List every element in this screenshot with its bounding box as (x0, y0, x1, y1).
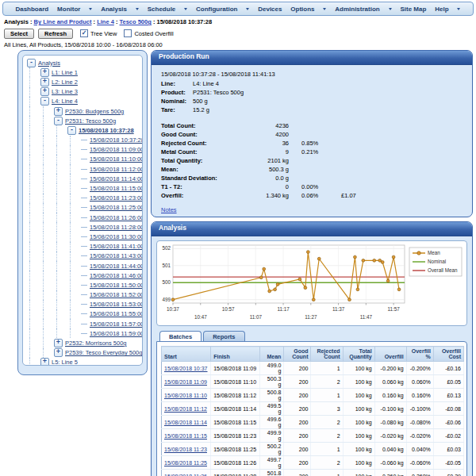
batch-start-link[interactable]: 15/08/2018 11:12 (164, 406, 207, 412)
notes-link[interactable]: Notes (161, 206, 177, 213)
tree-guide-line (70, 174, 80, 183)
tree-connector (81, 333, 87, 334)
tab-batches[interactable]: Batches (159, 331, 202, 341)
batch-start-link[interactable]: 15/08/2018 11:14 (164, 420, 207, 425)
tree-node-label[interactable]: 15/08/2018 11:57:00 (90, 321, 143, 328)
tree-node: 15/08/2018 11:53:00 (26, 300, 140, 309)
tree-node-label[interactable]: P2539: Tesco Everyday 500g (65, 349, 142, 356)
tree-node-label[interactable]: L1: Line 1 (52, 69, 78, 76)
menu-item-schedule[interactable]: Schedule (148, 6, 176, 13)
column-header-mean[interactable]: Mean (260, 347, 284, 362)
tree-node-label[interactable]: 15/08/2018 11:46:00 (90, 272, 143, 279)
tree-guide-line (29, 280, 40, 290)
column-header-overfill-cost[interactable]: Overfill Cost (433, 347, 463, 362)
tree-node-label[interactable]: P2531: Tesco 500g (65, 117, 116, 125)
tree-collapse-icon[interactable]: - (40, 97, 49, 106)
costed-overfill-checkbox[interactable]: Costed Overfill (124, 29, 173, 37)
tree-node-label[interactable]: L5: Line 5 (52, 359, 78, 366)
breadcrumb-line-4[interactable]: Line 4 (97, 18, 114, 25)
tree-node-label[interactable]: L4: Line 4 (52, 98, 78, 105)
tree-node-label[interactable]: L3: Line 3 (52, 88, 78, 95)
tree-node-label[interactable]: 15/08/2018 11:26:00 (90, 214, 143, 221)
batch-start-link[interactable]: 15/08/2018 11:09 (164, 379, 207, 385)
tree-node-label[interactable]: 15/08/2018 11:14:00 (90, 175, 143, 182)
tree-guide-line (29, 242, 40, 251)
tree-expand-icon[interactable]: + (40, 358, 49, 366)
tree-node-label[interactable]: 15/08/2018 11:23:00 (90, 194, 143, 202)
tree-node-label[interactable]: 15/08/2018 11:30:00 (90, 233, 143, 240)
batch-start-link[interactable]: 15/08/2018 10:37 (164, 366, 208, 371)
tree-collapse-icon[interactable]: - (54, 117, 63, 125)
menu-item-help[interactable]: Help (435, 6, 448, 13)
batch-start-link[interactable]: 15/08/2018 11:15 (164, 433, 207, 439)
run-stat-label: T1 - T2: (161, 182, 238, 191)
tree-collapse-icon[interactable]: - (67, 126, 76, 135)
tree-node-label[interactable]: 15/08/2018 11:25:00 (90, 204, 143, 211)
tree-node-label[interactable]: 15/08/2018 11:50:00 (90, 282, 143, 289)
tree-node-label[interactable]: 15/08/2018 11:43:00 (90, 252, 143, 259)
tree-expand-icon[interactable]: + (54, 339, 63, 347)
column-header-overfill[interactable]: Overfill (374, 347, 406, 362)
tree-guide-line (56, 203, 67, 213)
tree-expand-icon[interactable]: + (54, 348, 63, 357)
batch-start-link[interactable]: 15/08/2018 11:26 (164, 474, 207, 476)
column-header-finish[interactable]: Finish (211, 347, 260, 362)
tree-node-label[interactable]: 15/08/2018 11:10:00 (90, 155, 143, 163)
menu-item-monitor[interactable]: Monitor (57, 6, 80, 13)
tree-node-label[interactable]: 15/08/2018 11:55:00 (90, 310, 143, 317)
tree-collapse-icon[interactable]: - (27, 59, 36, 67)
menu-item-options[interactable]: Options (290, 6, 314, 13)
breadcrumb-by-line-and-product[interactable]: By Line and Product (34, 18, 92, 25)
tree-node-label[interactable]: Analysis (38, 60, 60, 67)
x-tick-label: 11:37 (332, 306, 345, 312)
tree-node-label[interactable]: P2530: Budgens 500g (65, 108, 124, 115)
run-info-label: Line: (161, 79, 193, 88)
select-button[interactable]: Select (4, 29, 34, 39)
tree-node-label[interactable]: L2: Line 2 (52, 79, 78, 86)
tab-reports[interactable]: Reports (203, 331, 244, 341)
tree-connector (81, 169, 87, 170)
app-root: DashboardMonitorAnalysisScheduleConfigur… (0, 0, 476, 476)
tree-expand-icon[interactable]: + (54, 107, 63, 116)
breadcrumb-tesco-500g[interactable]: Tesco 500g (120, 18, 152, 25)
menu-item-administration[interactable]: Administration (335, 6, 379, 13)
tree-node-label[interactable]: 15/08/2018 11:12:00 (90, 166, 143, 173)
tree-node-label[interactable]: 15/08/2018 11:28:00 (90, 224, 143, 231)
run-stat-label: Standard Deviation: (161, 174, 238, 182)
x-tick-label: 11:47 (360, 314, 373, 320)
tree-expand-icon[interactable]: + (40, 87, 49, 96)
menu-item-dashboard[interactable]: Dashboard (15, 6, 48, 13)
column-header-rejected-count[interactable]: Rejected Count (311, 347, 343, 362)
tree-guide-line (29, 338, 40, 347)
tree-expand-icon[interactable]: + (40, 78, 49, 86)
tree-node-label[interactable]: 15/08/2018 10:37:28 (79, 127, 134, 134)
column-header-overfill[interactable]: Overfill % (406, 347, 433, 362)
menu-item-devices[interactable]: Devices (258, 6, 282, 13)
batch-start-link[interactable]: 15/08/2018 11:10 (164, 393, 207, 398)
batch-start-link[interactable]: 15/08/2018 11:25 (164, 460, 207, 466)
tree-node-label[interactable]: P2532: Morrisons 500g (65, 340, 127, 347)
batch-start-link[interactable]: 15/08/2018 11:23 (164, 447, 207, 452)
tree-node-label[interactable]: 15/08/2018 10:37:28 (90, 136, 143, 144)
column-header-good-count[interactable]: Good Count (284, 347, 311, 362)
checkbox-unchecked-icon (124, 29, 132, 37)
tree-node-label[interactable]: 15/08/2018 11:41:00 (90, 243, 143, 250)
tree-node-label[interactable]: 15/08/2018 11:52:00 (90, 291, 143, 298)
tree-expand-icon[interactable]: + (40, 68, 49, 77)
menu-item-analysis[interactable]: Analysis (101, 6, 127, 13)
tree-guide-line (29, 87, 40, 97)
tree-guide-line (56, 232, 67, 241)
tree-node-label[interactable]: 15/08/2018 11:09:00 (90, 146, 143, 153)
menu-item-configuration[interactable]: Configuration (196, 6, 237, 13)
tree-node-label[interactable]: 15/08/2018 11:59:00 (90, 330, 143, 337)
column-header-total-quantity[interactable]: Total Quantity (343, 347, 374, 362)
column-header-start[interactable]: Start (162, 347, 211, 362)
run-stat-label: Total Quantity: (161, 156, 238, 165)
tree-view-checkbox[interactable]: ✓ Tree View (80, 29, 117, 37)
tree-node-label[interactable]: 15/08/2018 11:44:00 (90, 263, 143, 270)
menu-item-site-map[interactable]: Site Map (400, 6, 426, 13)
tree-node-label[interactable]: 15/08/2018 11:15:00 (90, 185, 143, 192)
tree-connector (81, 188, 87, 189)
refresh-button[interactable]: Refresh (38, 29, 73, 39)
tree-node-label[interactable]: 15/08/2018 11:53:00 (90, 301, 143, 308)
